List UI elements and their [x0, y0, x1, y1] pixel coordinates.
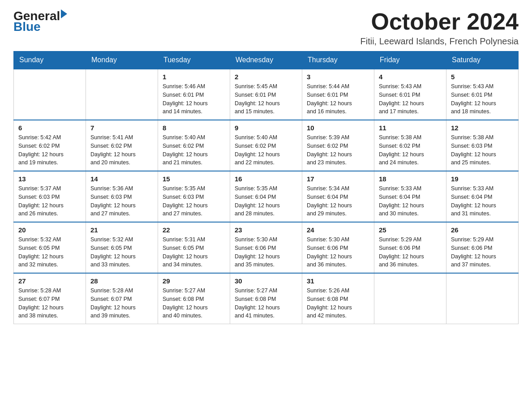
day-number: 16 [235, 175, 297, 183]
calendar-cell [86, 69, 158, 120]
calendar-week-row: 20Sunrise: 5:32 AM Sunset: 6:05 PM Dayli… [14, 222, 519, 273]
day-number: 7 [90, 124, 153, 132]
calendar-header-wednesday: Wednesday [230, 51, 302, 69]
calendar-cell: 30Sunrise: 5:27 AM Sunset: 6:08 PM Dayli… [230, 273, 302, 324]
day-number: 29 [163, 277, 225, 285]
day-info: Sunrise: 5:29 AM Sunset: 6:06 PM Dayligh… [451, 235, 514, 269]
day-number: 20 [18, 226, 81, 234]
calendar-cell [446, 273, 519, 324]
day-info: Sunrise: 5:30 AM Sunset: 6:06 PM Dayligh… [235, 235, 297, 269]
calendar-cell: 29Sunrise: 5:27 AM Sunset: 6:08 PM Dayli… [158, 273, 230, 324]
day-number: 18 [379, 175, 442, 183]
day-number: 5 [451, 73, 514, 81]
day-number: 28 [90, 277, 153, 285]
day-info: Sunrise: 5:35 AM Sunset: 6:03 PM Dayligh… [163, 184, 225, 218]
calendar-cell: 11Sunrise: 5:38 AM Sunset: 6:02 PM Dayli… [374, 120, 446, 171]
day-info: Sunrise: 5:41 AM Sunset: 6:02 PM Dayligh… [90, 133, 153, 167]
day-info: Sunrise: 5:28 AM Sunset: 6:07 PM Dayligh… [90, 287, 153, 320]
day-info: Sunrise: 5:29 AM Sunset: 6:06 PM Dayligh… [379, 235, 442, 269]
calendar-header-tuesday: Tuesday [158, 51, 230, 69]
calendar-header-monday: Monday [86, 51, 158, 69]
calendar-cell: 17Sunrise: 5:34 AM Sunset: 6:04 PM Dayli… [302, 171, 374, 222]
calendar-cell: 14Sunrise: 5:36 AM Sunset: 6:03 PM Dayli… [86, 171, 158, 222]
calendar-cell: 27Sunrise: 5:28 AM Sunset: 6:07 PM Dayli… [14, 273, 86, 324]
page-header: General Blue October 2024 Fitii, Leeward… [13, 9, 519, 47]
calendar-cell: 15Sunrise: 5:35 AM Sunset: 6:03 PM Dayli… [158, 171, 230, 222]
title-area: October 2024 Fitii, Leeward Islands, Fre… [360, 9, 519, 47]
calendar-cell: 28Sunrise: 5:28 AM Sunset: 6:07 PM Dayli… [86, 273, 158, 324]
calendar-week-row: 6Sunrise: 5:42 AM Sunset: 6:02 PM Daylig… [14, 120, 519, 171]
day-number: 26 [451, 226, 514, 234]
calendar-cell: 9Sunrise: 5:40 AM Sunset: 6:02 PM Daylig… [230, 120, 302, 171]
day-number: 25 [379, 226, 442, 234]
day-info: Sunrise: 5:33 AM Sunset: 6:04 PM Dayligh… [451, 184, 514, 218]
day-info: Sunrise: 5:40 AM Sunset: 6:02 PM Dayligh… [163, 133, 225, 167]
day-number: 14 [90, 175, 153, 183]
calendar-cell: 6Sunrise: 5:42 AM Sunset: 6:02 PM Daylig… [14, 120, 86, 171]
calendar-cell: 23Sunrise: 5:30 AM Sunset: 6:06 PM Dayli… [230, 222, 302, 273]
day-number: 23 [235, 226, 297, 234]
logo: General Blue [13, 9, 67, 34]
day-info: Sunrise: 5:42 AM Sunset: 6:02 PM Dayligh… [18, 133, 81, 167]
day-number: 9 [235, 124, 297, 132]
calendar-body: 1Sunrise: 5:46 AM Sunset: 6:01 PM Daylig… [14, 69, 519, 324]
calendar-cell [374, 273, 446, 324]
month-title: October 2024 [360, 9, 519, 34]
day-info: Sunrise: 5:28 AM Sunset: 6:07 PM Dayligh… [18, 287, 81, 320]
calendar-cell: 10Sunrise: 5:39 AM Sunset: 6:02 PM Dayli… [302, 120, 374, 171]
location-title: Fitii, Leeward Islands, French Polynesia [360, 36, 519, 47]
calendar-cell: 3Sunrise: 5:44 AM Sunset: 6:01 PM Daylig… [302, 69, 374, 120]
calendar-cell: 4Sunrise: 5:43 AM Sunset: 6:01 PM Daylig… [374, 69, 446, 120]
day-info: Sunrise: 5:33 AM Sunset: 6:04 PM Dayligh… [379, 184, 442, 218]
day-number: 1 [163, 73, 225, 81]
calendar-table: SundayMondayTuesdayWednesdayThursdayFrid… [13, 51, 519, 324]
calendar-cell: 31Sunrise: 5:26 AM Sunset: 6:08 PM Dayli… [302, 273, 374, 324]
day-number: 17 [307, 175, 369, 183]
calendar-cell: 25Sunrise: 5:29 AM Sunset: 6:06 PM Dayli… [374, 222, 446, 273]
calendar-cell: 13Sunrise: 5:37 AM Sunset: 6:03 PM Dayli… [14, 171, 86, 222]
calendar-header-thursday: Thursday [302, 51, 374, 69]
logo-triangle-icon [61, 9, 67, 18]
calendar-header-row: SundayMondayTuesdayWednesdayThursdayFrid… [14, 51, 519, 69]
calendar-header-friday: Friday [374, 51, 446, 69]
day-info: Sunrise: 5:43 AM Sunset: 6:01 PM Dayligh… [379, 82, 442, 116]
calendar-cell: 1Sunrise: 5:46 AM Sunset: 6:01 PM Daylig… [158, 69, 230, 120]
day-info: Sunrise: 5:44 AM Sunset: 6:01 PM Dayligh… [307, 82, 369, 116]
day-number: 8 [163, 124, 225, 132]
day-number: 30 [235, 277, 297, 285]
logo-blue-text: Blue [13, 20, 67, 34]
day-info: Sunrise: 5:38 AM Sunset: 6:02 PM Dayligh… [379, 133, 442, 167]
calendar-cell: 19Sunrise: 5:33 AM Sunset: 6:04 PM Dayli… [446, 171, 519, 222]
day-info: Sunrise: 5:43 AM Sunset: 6:01 PM Dayligh… [451, 82, 514, 116]
day-info: Sunrise: 5:27 AM Sunset: 6:08 PM Dayligh… [163, 287, 225, 320]
day-number: 11 [379, 124, 442, 132]
calendar-week-row: 27Sunrise: 5:28 AM Sunset: 6:07 PM Dayli… [14, 273, 519, 324]
calendar-cell: 16Sunrise: 5:35 AM Sunset: 6:04 PM Dayli… [230, 171, 302, 222]
day-number: 31 [307, 277, 369, 285]
day-info: Sunrise: 5:45 AM Sunset: 6:01 PM Dayligh… [235, 82, 297, 116]
day-number: 27 [18, 277, 81, 285]
day-info: Sunrise: 5:34 AM Sunset: 6:04 PM Dayligh… [307, 184, 369, 218]
calendar-cell: 12Sunrise: 5:38 AM Sunset: 6:03 PM Dayli… [446, 120, 519, 171]
day-info: Sunrise: 5:26 AM Sunset: 6:08 PM Dayligh… [307, 287, 369, 320]
day-number: 10 [307, 124, 369, 132]
day-info: Sunrise: 5:46 AM Sunset: 6:01 PM Dayligh… [163, 82, 225, 116]
day-info: Sunrise: 5:32 AM Sunset: 6:05 PM Dayligh… [90, 235, 153, 269]
calendar-header-saturday: Saturday [446, 51, 519, 69]
day-number: 24 [307, 226, 369, 234]
day-number: 15 [163, 175, 225, 183]
calendar-cell: 7Sunrise: 5:41 AM Sunset: 6:02 PM Daylig… [86, 120, 158, 171]
day-info: Sunrise: 5:37 AM Sunset: 6:03 PM Dayligh… [18, 184, 81, 218]
day-info: Sunrise: 5:27 AM Sunset: 6:08 PM Dayligh… [235, 287, 297, 320]
calendar-cell: 24Sunrise: 5:30 AM Sunset: 6:06 PM Dayli… [302, 222, 374, 273]
day-info: Sunrise: 5:30 AM Sunset: 6:06 PM Dayligh… [307, 235, 369, 269]
calendar-cell: 20Sunrise: 5:32 AM Sunset: 6:05 PM Dayli… [14, 222, 86, 273]
day-info: Sunrise: 5:35 AM Sunset: 6:04 PM Dayligh… [235, 184, 297, 218]
calendar-cell [14, 69, 86, 120]
day-number: 2 [235, 73, 297, 81]
calendar-cell: 18Sunrise: 5:33 AM Sunset: 6:04 PM Dayli… [374, 171, 446, 222]
day-number: 21 [90, 226, 153, 234]
day-number: 6 [18, 124, 81, 132]
calendar-week-row: 1Sunrise: 5:46 AM Sunset: 6:01 PM Daylig… [14, 69, 519, 120]
calendar-cell: 26Sunrise: 5:29 AM Sunset: 6:06 PM Dayli… [446, 222, 519, 273]
